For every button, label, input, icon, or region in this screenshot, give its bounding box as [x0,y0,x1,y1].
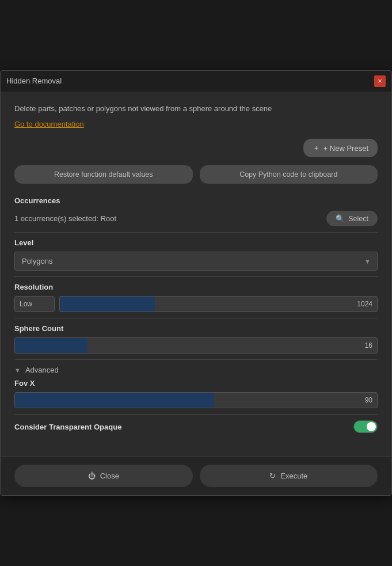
sphere-count-section: Sphere Count 16 [14,324,378,354]
resolution-label: Resolution [14,283,378,291]
doc-link[interactable]: Go to documentation [14,120,84,128]
search-icon: 🔍 [336,214,345,223]
resolution-section: Resolution Low Medium High Custom 1024 [14,283,378,312]
occurrences-heading: Occurrences [14,196,378,205]
occurrences-row: 1 occurrence(s) selected: Root 🔍 Select [14,211,378,226]
sphere-count-track: 16 [14,337,378,354]
advanced-label: Advanced [25,366,59,374]
resolution-slider-row: Low Medium High Custom 1024 [14,296,378,312]
close-button[interactable]: ⏻ Close [14,465,193,487]
divider-4 [14,359,378,360]
execute-label: Execute [280,472,307,480]
transparent-opaque-toggle[interactable] [353,420,378,433]
select-button[interactable]: 🔍 Select [326,211,378,226]
main-window: Hidden Removal × Delete parts, patches o… [0,70,392,496]
action-row: Restore function default values Copy Pyt… [14,165,378,184]
fov-x-label: Fov X [14,379,378,388]
copy-python-button[interactable]: Copy Python code to clipboard [200,165,378,184]
resolution-preset-dropdown[interactable]: Low Medium High Custom [14,296,55,312]
toggle-slider-track [353,420,378,433]
occurrences-section: Occurrences 1 occurrence(s) selected: Ro… [14,196,378,226]
divider-1 [14,232,378,233]
level-label: Level [14,238,378,247]
level-section: Level Polygons Parts Patches ▼ [14,238,378,271]
execute-button[interactable]: ↻ Execute [200,465,378,487]
close-label: Close [100,472,119,480]
transparent-opaque-row: Consider Transparent Opaque [14,420,378,433]
occurrences-text: 1 occurrence(s) selected: Root [14,214,116,223]
select-label: Select [348,215,368,223]
advanced-toggle[interactable]: ▼ Advanced [14,366,378,374]
divider-2 [14,276,378,277]
resolution-track: 1024 [59,296,378,312]
power-icon: ⏻ [88,472,96,480]
window-title: Hidden Removal [6,77,62,85]
new-preset-button[interactable]: ＋ + New Preset [303,139,378,157]
refresh-icon: ↻ [269,472,276,480]
fov-x-track: 90 [14,392,378,408]
new-preset-label: + New Preset [324,144,368,153]
divider-3 [14,318,378,318]
advanced-chevron-icon: ▼ [14,367,21,374]
titlebar: Hidden Removal × [1,71,391,92]
level-dropdown-container: Polygons Parts Patches ▼ [14,252,378,271]
restore-defaults-button[interactable]: Restore function default values [14,165,193,184]
close-window-button[interactable]: × [374,75,386,87]
plus-icon: ＋ [313,143,320,153]
level-dropdown[interactable]: Polygons Parts Patches [14,252,378,271]
footer: ⏻ Close ↻ Execute [1,456,391,495]
sphere-count-label: Sphere Count [14,324,378,333]
content-area: Delete parts, patches or polygons not vi… [1,92,391,457]
description-text: Delete parts, patches or polygons not vi… [14,103,378,115]
divider-5 [14,414,378,415]
fov-x-section: Fov X 90 [14,379,378,408]
resolution-slider-wrap: 1024 [59,296,378,312]
transparent-opaque-label: Consider Transparent Opaque [14,423,121,431]
preset-row: ＋ + New Preset [14,139,378,157]
